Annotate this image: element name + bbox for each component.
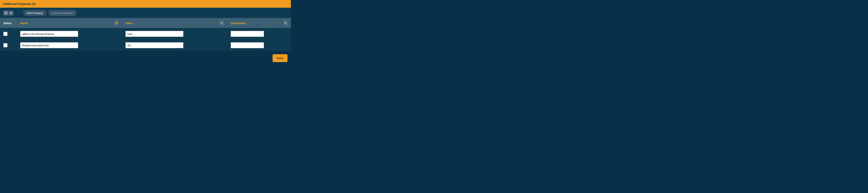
row-select-checkbox[interactable]	[3, 32, 7, 36]
svg-rect-0	[5, 12, 6, 13]
view-toggle	[3, 10, 14, 16]
panel-title: Additional Properties (2)	[0, 0, 291, 8]
delete-properties-button[interactable]: Delete Properties	[48, 10, 76, 16]
value-input[interactable]	[125, 42, 183, 48]
value-input[interactable]	[125, 31, 183, 37]
sort-icon[interactable]	[220, 21, 224, 26]
row-select-checkbox[interactable]	[3, 43, 7, 47]
column-header-select: Select	[0, 18, 17, 28]
sort-icon[interactable]	[115, 21, 119, 26]
grid-view-icon[interactable]	[4, 11, 8, 15]
sort-icon[interactable]	[283, 21, 287, 26]
column-header-description-label: Description	[231, 22, 246, 25]
svg-rect-1	[6, 12, 7, 13]
column-header-description[interactable]: Description	[227, 18, 291, 28]
footer: Save	[0, 51, 291, 65]
name-input[interactable]	[20, 31, 78, 37]
svg-rect-6	[11, 13, 12, 14]
svg-rect-3	[10, 12, 10, 13]
save-button[interactable]: Save	[273, 54, 287, 62]
svg-rect-2	[5, 13, 6, 14]
description-input[interactable]	[231, 42, 264, 48]
name-input[interactable]	[20, 42, 78, 48]
toolbar: Add Property Delete Properties	[0, 8, 291, 18]
description-input[interactable]	[231, 31, 264, 37]
list-view-icon[interactable]	[9, 11, 13, 15]
column-header-name[interactable]: Name	[17, 18, 122, 28]
properties-table: Select Name Value Description	[0, 18, 291, 51]
svg-rect-5	[10, 13, 10, 14]
table-row	[0, 39, 291, 51]
svg-rect-4	[11, 12, 12, 13]
column-header-value[interactable]: Value	[122, 18, 227, 28]
add-property-button[interactable]: Add Property	[23, 10, 46, 16]
table-header-row: Select Name Value Description	[0, 18, 291, 28]
table-row	[0, 28, 291, 39]
column-header-name-label: Name	[20, 22, 28, 25]
column-header-value-label: Value	[125, 22, 133, 25]
